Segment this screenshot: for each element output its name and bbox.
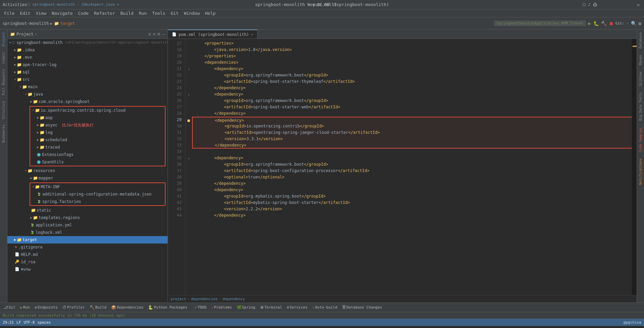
git-bottom-btn[interactable]: ⎇ Git [1, 305, 17, 311]
tree-item-target[interactable]: ▶ 📁 target [7, 236, 168, 243]
stop-button[interactable]: ⏹ [609, 21, 613, 26]
terminal-icon: 🖥 [260, 305, 264, 310]
tree-root[interactable]: ▾ ⬡ springboot-monolith /u01/workspace/m… [7, 39, 168, 46]
tree-item-main[interactable]: ▾ 📁 main [7, 83, 168, 91]
debug-button[interactable]: 🐛 [593, 21, 599, 26]
menu-window[interactable]: Window [181, 10, 202, 16]
tab-close-icon[interactable]: ✕ [251, 33, 253, 36]
tree-item-log[interactable]: ▶ 📁 log [30, 129, 165, 136]
tree-item-mvnw[interactable]: 📄 mvnw [7, 266, 168, 273]
tree-item-opentracing[interactable]: ▾ 📁 io.opentracing.contrib.spring.cloud [30, 107, 165, 114]
menu-help[interactable]: Help [202, 10, 218, 16]
spring-factories-label: spring.factories [42, 198, 81, 205]
todo-icon: ✓ [195, 305, 197, 310]
tree-item-src[interactable]: ▾ 📁 src [7, 76, 168, 83]
tree-item-gitignore[interactable]: ⚙ .gitignore [7, 243, 168, 251]
panel-dropdown-icon[interactable]: ▾ [35, 32, 37, 36]
tree-item-oracle[interactable]: ▶ 📁 com.oracle.springboot [7, 98, 168, 105]
python-packages-btn[interactable]: 🐍 Python Packages [146, 305, 189, 311]
tree-item-aop[interactable]: ▶ 📁 aop [30, 114, 165, 121]
git-check[interactable]: ✓ [626, 21, 629, 26]
search-button[interactable]: 🔍 [631, 21, 637, 26]
status-bar-right: @pgchina [624, 320, 641, 325]
menu-navigate[interactable]: Navigate [49, 10, 76, 16]
tree-item-extensiontags[interactable]: ⬤ ExtensionTags [30, 151, 165, 158]
editor-tab-pom[interactable]: 📄 pom.xml (springboot-monolith) ✕ [168, 30, 258, 39]
menu-view[interactable]: View [33, 10, 49, 16]
services-btn[interactable]: ⚙ Services [285, 305, 310, 310]
menu-refactor[interactable]: Refactor [91, 10, 118, 16]
panel-settings-icon[interactable]: ⚙ [148, 32, 151, 37]
spring-btn[interactable]: 🌿 Spring [235, 305, 258, 310]
tree-item-helpmd[interactable]: 📄 HELP.md [7, 251, 168, 258]
build-bottom-btn[interactable]: 🔨 Build [88, 305, 108, 311]
tree-item-async[interactable]: ▶ 📁 async 比Jar优先被执行 [30, 121, 165, 129]
close-button[interactable]: ✕ [637, 1, 640, 8]
run-bottom-btn[interactable]: ▶ Run [18, 305, 32, 311]
structure-icon[interactable]: Structure [2, 101, 5, 119]
dependencies-btn[interactable]: 📦 Dependencies [109, 305, 145, 311]
auto-build-btn[interactable]: ⚠ Auto-build [310, 305, 339, 310]
datetime: Nov 22 08:53 [308, 2, 337, 7]
profiler-icon: ⏱ [62, 305, 66, 310]
menu-run[interactable]: Run [136, 10, 149, 16]
tree-item-templates[interactable]: ▶ 📁 templates.regions [7, 214, 168, 221]
codesamples-icon[interactable]: Code Samples [639, 128, 642, 152]
menu-file[interactable]: File [1, 10, 17, 16]
run-config-dropdown[interactable]: SpringbootSessionApplication_APM_Tracer [494, 20, 586, 26]
tree-item-spanutils[interactable]: ⬤ SpanUtils [30, 158, 165, 166]
run-button[interactable]: ▶ [588, 20, 591, 26]
tree-item-traced[interactable]: ▶ 📁 traced [30, 144, 165, 151]
profiler-btn[interactable]: ⏱ Profiler [60, 305, 87, 311]
panel-minimize-icon[interactable]: — [162, 32, 165, 37]
status-utf8[interactable]: UTF-8 [24, 320, 35, 325]
tree-item-java[interactable]: ▾ 📁 java [7, 91, 168, 98]
commit-icon[interactable]: Commit [2, 52, 5, 64]
endpoints-btn[interactable]: ⊙ Endpoints [33, 305, 60, 311]
notifications-icon[interactable]: Notifications [639, 159, 642, 185]
panel-sort-icon[interactable]: ≡ [153, 32, 156, 37]
activities-label[interactable]: Activities [3, 2, 27, 7]
tree-item-mvn[interactable]: ▶ 📁 .mvn [7, 54, 168, 61]
menu-git[interactable]: Git [168, 10, 181, 16]
status-spaces[interactable]: spaces [38, 320, 51, 325]
project-tab-icon[interactable]: Project [2, 32, 5, 46]
tree-item-logback-xml[interactable]: 🍃 logback.xml [7, 229, 168, 236]
tree-item-metainf[interactable]: ▾ 📁 META-INF [30, 183, 165, 190]
tree-item-apm[interactable]: ▶ 📁 apm-tracer-log [7, 61, 168, 68]
project-label: springboot-monolith [3, 21, 49, 26]
tree-item-scheduled[interactable]: ▶ 📁 scheduled [30, 136, 165, 144]
tree-item-application-yml[interactable]: 🍃 application.yml [7, 221, 168, 229]
problems-btn[interactable]: ⚠ Problems [209, 305, 234, 310]
pull-requests-icon[interactable]: Pull Requests [2, 69, 5, 95]
minimap-scrollbar[interactable] [632, 39, 637, 295]
bigdata-icon[interactable]: Big Data Tools [639, 93, 642, 121]
menu-build[interactable]: Build [118, 10, 136, 16]
todo-btn[interactable]: ✓ TODO [193, 305, 209, 310]
status-lf[interactable]: LF [16, 320, 21, 325]
tree-item-static[interactable]: 📁 static [7, 207, 168, 214]
code-content[interactable]: <properties> <java.version>1.8</java.ver… [192, 39, 632, 295]
maven-icon[interactable]: Maven [639, 55, 642, 65]
menu-code[interactable]: Code [76, 10, 91, 16]
menu-edit[interactable]: Edit [17, 10, 33, 16]
db-changes-btn[interactable]: 🗄 Database Changes [340, 305, 384, 310]
settings-button[interactable]: ⚙ [639, 21, 641, 26]
traced-label: traced [45, 144, 60, 151]
tree-item-mapper[interactable]: ▶ 📁 mapper [7, 174, 168, 182]
tree-item-resources[interactable]: ▾ 📁 resources [7, 167, 168, 174]
sciview-icon[interactable]: SciView [639, 72, 642, 86]
left-sidebar-icons: Project Commit Pull Requests Structure B… [0, 30, 7, 303]
terminal-btn[interactable]: 🖥 Terminal [258, 305, 284, 310]
bookmarks-icon[interactable]: Bookmarks [2, 124, 5, 143]
tree-item-idrsa[interactable]: 🔑 id_rsa [7, 258, 168, 266]
tree-item-idea[interactable]: ▶ 📁 .idea [7, 46, 168, 54]
database-icon[interactable]: Database [639, 32, 642, 48]
build-button[interactable]: 🔨 [601, 21, 607, 26]
panel-expand-all-icon[interactable]: ⊞ [157, 32, 160, 37]
menu-tools[interactable]: Tools [149, 10, 168, 16]
tree-item-spring-factories[interactable]: 🍃 spring.factories [30, 198, 165, 205]
status-line-col[interactable]: 29:21 [3, 320, 14, 325]
tree-item-sql[interactable]: ▶ 📁 sql [7, 68, 168, 76]
tree-item-additional-spring[interactable]: 🍃 additional-spring-configuration-metada… [30, 190, 165, 198]
